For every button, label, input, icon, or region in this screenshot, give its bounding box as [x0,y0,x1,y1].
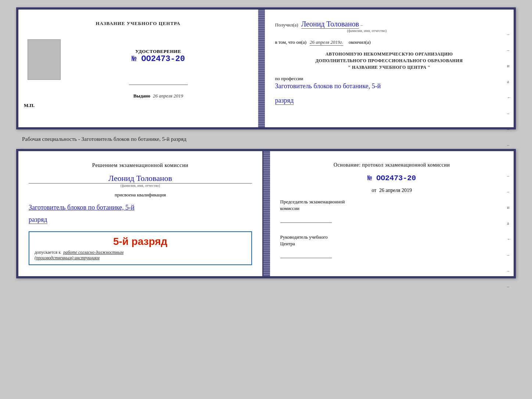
director-signature-line [280,251,332,258]
stamp-grade: 5-й разряд [35,236,246,247]
top-certificate: НАЗВАНИЕ УЧЕБНОГО ЦЕНТРА УДОСТОВЕРЕНИЕ №… [16,7,516,129]
received-block: Получил(а) Леонид Толованов – (фамилия, … [275,20,504,33]
photo-row: УДОСТОВЕРЕНИЕ № OO2473-20 Выдано 26 апре… [24,34,252,99]
mp-label: М.П. [24,103,35,108]
cert-number: № OO2473-20 [132,54,185,64]
person-name-block: Леонид Толованов (фамилия, имя, отчество… [29,174,252,188]
dash-separator: – [360,22,363,28]
stamp-allow: допускается к работе согласно должностны… [35,250,246,261]
director-label: Руководитель учебного Центра [280,234,504,247]
top-cert-right: Получил(а) Леонид Толованов – (фамилия, … [265,10,514,127]
razryad: разряд [275,97,294,105]
person-subtitle: (фамилия, имя, отчество) [29,184,252,188]
person-name: Леонид Толованов [301,20,359,29]
specialty-label: Рабочая специальность - Заготовитель бло… [22,136,186,142]
date-value: 26 апреля 2019 [379,188,412,193]
stamp-allow-text: работе согласно должностным [63,250,123,255]
stamp-box: 5-й разряд допускается к работе согласно… [29,231,252,265]
qualification-name-block: Заготовитель блоков по ботанике, 5-й [29,202,252,211]
chairman-signature-line [280,215,332,223]
stamp-allow-prefix: допускается к [35,250,61,255]
profession-label: по профессии [275,76,303,81]
org-block: АВТОНОМНУЮ НЕКОММЕРЧЕСКУЮ ОРГАНИЗАЦИЮ ДО… [275,51,504,71]
chairman-block: Председатель экзаменационной комиссии [280,199,504,223]
issued-date: 26 апреля 2019 [153,93,183,99]
training-center-title: НАЗВАНИЕ УЧЕБНОГО ЦЕНТРА [96,21,180,26]
razryad-block: разряд [275,95,504,105]
qualification-label: присвоена квалификация [29,192,252,198]
received-label: Получил(а) [275,22,298,28]
protocol-number: № OO2473-20 [280,174,504,182]
date-value: 26 апреля 2019г. [310,39,343,46]
cert-number-block: УДОСТОВЕРЕНИЕ № OO2473-20 [132,49,185,64]
date-block: в том, что он(а) 26 апреля 2019г. окончи… [275,39,504,46]
date-label: в том, что он(а) [275,39,307,45]
spine [258,10,265,127]
basis-title: Основание: протокол экзаменационной коми… [280,161,504,169]
spine-bottom [263,151,270,276]
cert-label: УДОСТОВЕРЕНИЕ [132,49,185,54]
razryad-bottom-block: разряд [29,216,252,224]
bottom-certificate: Решением экзаменационной комиссии Леонид… [16,149,516,278]
side-marks: – – и а ← – – – [507,32,511,148]
razryad-bottom: разряд [29,216,47,224]
stamp-allow-text2: (производственным) инструкциям [35,255,100,260]
side-marks-bottom: – – и а ← – – – [507,173,511,289]
org-line1: АВТОНОМНУЮ НЕКОММЕРЧЕСКУЮ ОРГАНИЗАЦИЮ [275,51,504,57]
chairman-label: Председатель экзаменационной комиссии [280,199,504,212]
bottom-cert-right: Основание: протокол экзаменационной коми… [270,151,514,276]
issued-line: Выдано 26 апреля 2019 [133,93,183,99]
protocol-date: от 26 апреля 2019 [280,188,504,193]
top-cert-left: НАЗВАНИЕ УЧЕБНОГО ЦЕНТРА УДОСТОВЕРЕНИЕ №… [18,10,258,127]
date-prefix: от [371,188,376,193]
bottom-cert-left: Решением экзаменационной комиссии Леонид… [18,151,263,276]
commission-title: Решением экзаменационной комиссии [29,161,252,169]
qualification-name: Заготовитель блоков по ботанике, 5-й [29,204,252,211]
director-block: Руководитель учебного Центра [280,234,504,258]
org-line3: " НАЗВАНИЕ УЧЕБНОГО ЦЕНТРА " [275,64,504,71]
profession-block: по профессии Заготовитель блоков по бота… [275,76,504,90]
org-line2: ДОПОЛНИТЕЛЬНОГО ПРОФЕССИОНАЛЬНОГО ОБРАЗО… [275,57,504,64]
issued-label: Выдано [133,93,150,99]
person-name-large: Леонид Толованов [29,174,252,184]
profession-name: Заготовитель блоков по ботанике, 5-й [275,82,504,90]
completed-label: окончил(а) [349,39,371,45]
photo-placeholder [28,39,61,80]
name-subtitle: (фамилия, имя, отчество) [319,29,415,33]
